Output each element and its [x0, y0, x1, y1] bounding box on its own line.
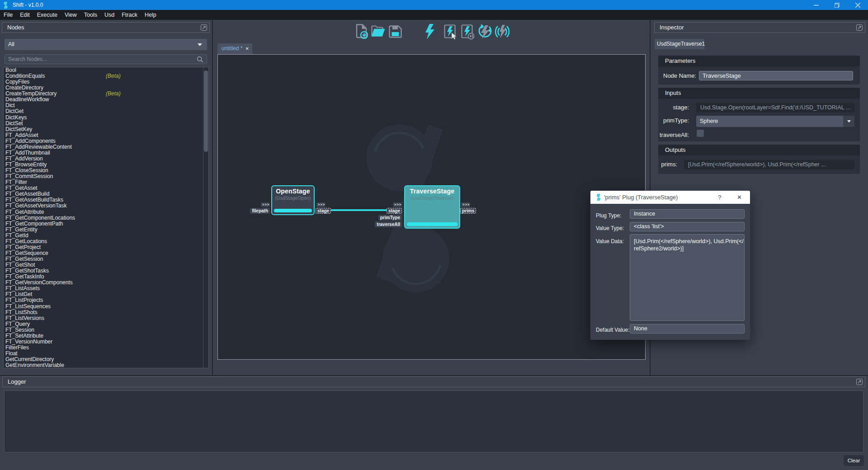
logger-panel-title: Logger	[8, 378, 26, 385]
nodes-panel-float-button[interactable]	[201, 24, 207, 31]
menu-usd[interactable]: Usd	[101, 10, 118, 20]
traversestage-traverseall-input-port[interactable]: traverseAll	[375, 221, 402, 227]
node-type-item[interactable]: DictGet	[4, 108, 208, 114]
logger-panel-header: Logger	[2, 376, 865, 387]
openstage-exec-in-port[interactable]: >>>	[261, 202, 270, 207]
primtype-dropdown[interactable]: Sphere	[696, 116, 854, 127]
dropdown-arrow-icon	[198, 43, 202, 46]
menu-tools[interactable]: Tools	[80, 10, 101, 20]
traversestage-stage-input-port[interactable]: stage	[387, 208, 402, 214]
logger-output-area[interactable]	[4, 390, 863, 452]
dialog-titlebar[interactable]: 'prims' Plug (TraverseStage) ? ✕	[590, 191, 750, 204]
traversestage-primtype-input-port[interactable]: primType	[378, 215, 402, 221]
menu-view[interactable]: View	[61, 10, 80, 20]
traverseall-input-label: traverseAll:	[658, 132, 689, 138]
prims-output-label: prims:	[658, 161, 677, 168]
default-value-label: Default Value:	[596, 327, 630, 333]
node-type-label: FT_GetAssetBuild	[5, 191, 49, 197]
save-scene-icon	[389, 25, 402, 38]
menu-execute[interactable]: Execute	[33, 10, 61, 20]
node-type-label: FT_ListShots	[5, 309, 38, 315]
traverseall-checkbox[interactable]	[697, 130, 704, 137]
scrollbar-thumb[interactable]	[204, 70, 208, 152]
node-type-item[interactable]: FT_GetEntity	[4, 227, 208, 233]
traversestage-exec-in-port[interactable]: >>>	[393, 202, 402, 207]
float-panel-icon	[858, 380, 861, 384]
execute-stepped-button[interactable]	[461, 24, 475, 42]
node-type-item[interactable]: DeadlineWorkflow	[4, 97, 208, 103]
left-dock-splitter[interactable]	[212, 20, 213, 376]
node-type-label: FT_GetSequence	[5, 250, 48, 256]
tab-close-icon[interactable]: ✕	[245, 43, 249, 54]
dropdown-button[interactable]	[843, 116, 854, 127]
traversestage-exec-out-port[interactable]: >>>	[461, 202, 470, 207]
menu-edit[interactable]: Edit	[16, 10, 33, 20]
node-type-label: FT_AddReviewableContent	[5, 144, 72, 150]
node-list-scrollbar[interactable]	[203, 67, 208, 368]
node-type-item[interactable]: GetEnvironmentVariable	[4, 362, 208, 368]
beta-badge: (Beta)	[106, 91, 121, 97]
value-type-field: <class 'list'>	[630, 222, 745, 231]
node-type-item[interactable]: FT_ListVersions	[4, 315, 208, 321]
node-type-label: FT_GetComponentPath	[5, 221, 63, 227]
connection-openstage-to-traversestage[interactable]	[329, 209, 389, 211]
graph-node-traversestage[interactable]: TraverseStage (UsdStageTraverse)	[404, 185, 460, 229]
node-type-label: FT_CloseSession	[5, 167, 48, 174]
logger-dock-splitter[interactable]	[0, 375, 868, 376]
float-panel-icon	[858, 26, 861, 29]
value-data-field[interactable]: [Usd.Prim(</refSphere/world>), Usd.Prim(…	[630, 234, 745, 321]
node-type-item[interactable]: ConditionEquals(Beta)	[4, 73, 208, 79]
nodes-filter-dropdown[interactable]: All	[5, 39, 207, 50]
node-type-item[interactable]: DictKeys	[4, 115, 208, 121]
execute-loop-icon	[478, 24, 492, 39]
node-type-label: DictSet	[5, 120, 23, 127]
logger-clear-button[interactable]: Clear	[844, 455, 864, 466]
new-scene-button[interactable]	[355, 24, 368, 41]
execute-graph-button[interactable]	[424, 24, 436, 42]
dialog-help-button[interactable]: ?	[718, 191, 722, 204]
node-type-label: GetEnvironmentVariable	[5, 362, 64, 368]
execute-loop-button[interactable]	[478, 24, 492, 41]
node-type-item[interactable]: DictSet	[4, 121, 208, 127]
node-type-list[interactable]: BoolConditionEquals(Beta)CopyFilesCreate…	[3, 67, 209, 368]
open-scene-button[interactable]	[371, 25, 385, 39]
window-titlebar[interactable]: Shift - v1.0.0	[0, 0, 868, 10]
primtype-input-label: primType:	[658, 117, 689, 124]
node-type-label: DeadlineWorkflow	[5, 96, 49, 103]
node-name-label: Node Name:	[663, 72, 697, 79]
parameters-group: Parameters Node Name: TraverseStage	[658, 56, 860, 85]
prims-plug-dialog: 'prims' Plug (TraverseStage) ? ✕ Plug Ty…	[590, 191, 750, 340]
node-type-item[interactable]: FT_CommitSession	[4, 174, 208, 179]
node-graph-canvas[interactable]: OpenStage (UsdStageOpen) >>> filepath >>…	[217, 54, 646, 360]
inspector-node-tab[interactable]: UsdStageTraverse1	[655, 39, 704, 49]
inspector-panel-float-button[interactable]	[856, 24, 863, 31]
save-scene-button[interactable]	[389, 25, 402, 40]
menu-help[interactable]: Help	[141, 10, 160, 20]
minimize-button[interactable]	[806, 0, 826, 10]
node-type-item[interactable]: FT_VersionNumber	[4, 339, 208, 345]
node-type-item[interactable]: FT_ListAssets	[4, 286, 208, 291]
execute-live-button[interactable]	[495, 24, 510, 41]
menu-ftrack[interactable]: Ftrack	[118, 10, 141, 20]
dialog-close-button[interactable]: ✕	[737, 191, 742, 204]
outputs-group: Outputs prims: [Usd.Prim(</refSphere/wor…	[658, 145, 860, 174]
maximize-button[interactable]	[826, 0, 847, 10]
logger-panel-float-button[interactable]	[856, 379, 863, 385]
search-nodes-input[interactable]: Search Nodes...	[5, 54, 207, 64]
node-type-label: FT_GetAssetVersionTask	[5, 202, 66, 209]
close-button[interactable]	[847, 0, 868, 10]
node-type-item[interactable]: Dict	[4, 103, 208, 108]
traversestage-prims-output-port[interactable]: prims	[460, 208, 476, 214]
node-type-label: FT_Query	[5, 321, 30, 327]
menu-file[interactable]: File	[0, 10, 16, 20]
execute-selected-button[interactable]	[444, 24, 458, 42]
node-type-label: FT_GetAssetBuildTasks	[5, 197, 63, 203]
openstage-stage-output-port[interactable]: stage	[316, 208, 331, 214]
plug-type-label: Plug Type:	[596, 212, 621, 219]
document-tab[interactable]: untitled * ✕	[217, 43, 252, 54]
graph-node-openstage[interactable]: OpenStage (UsdStageOpen)	[271, 185, 315, 215]
openstage-filepath-input-port[interactable]: filepath	[250, 208, 270, 214]
node-type-item[interactable]: FilterFiles	[4, 345, 208, 351]
node-name-field[interactable]: TraverseStage	[699, 71, 853, 80]
openstage-exec-out-port[interactable]: >>>	[316, 202, 326, 207]
